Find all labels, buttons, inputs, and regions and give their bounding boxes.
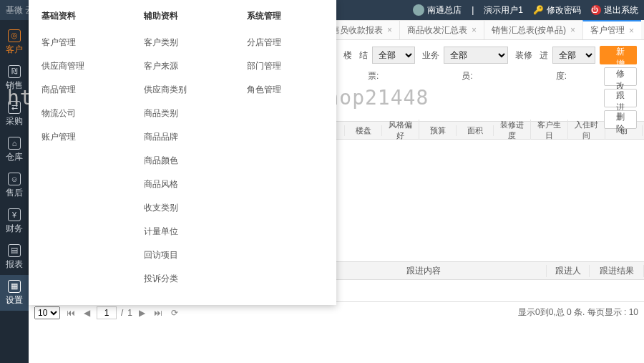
- close-icon[interactable]: ×: [570, 25, 575, 35]
- current-user[interactable]: 演示用户1: [484, 4, 523, 16]
- filter-label: 装修: [515, 49, 532, 62]
- topbar-right: 南通总店 | 演示用户1 🔑修改密码 ⏻退出系统: [413, 4, 638, 16]
- sidebar-item-销售[interactable]: ₪销售: [0, 60, 29, 96]
- page-input[interactable]: [97, 306, 117, 319]
- logout[interactable]: ⏻退出系统: [591, 4, 638, 16]
- filter-bar-2: 票: 员: 度:: [358, 70, 644, 88]
- dropdown-item[interactable]: 部门管理: [247, 54, 323, 78]
- refresh-icon[interactable]: ⟳: [169, 308, 180, 318]
- store-switcher[interactable]: 南通总店: [413, 4, 462, 16]
- dropdown-item[interactable]: 客户类别: [144, 31, 220, 54]
- dropdown-item[interactable]: 供应商管理: [42, 54, 118, 78]
- new-button[interactable]: 新增: [604, 46, 637, 64]
- page-sep: /: [121, 308, 123, 318]
- power-icon: ⏻: [591, 5, 601, 15]
- grid-col: 客户生日: [531, 120, 568, 141]
- action-buttons: 新增 修改 跟进 删除: [604, 46, 637, 129]
- page-total: 1: [127, 308, 132, 318]
- dropdown-col-title: 系统管理: [247, 10, 323, 22]
- sub-col: 跟进结果: [590, 265, 644, 277]
- sidebar-item-仓库[interactable]: ⌂仓库: [0, 132, 29, 168]
- tab-销售汇总表(按单品)[interactable]: 销售汇总表(按单品)×: [484, 20, 582, 39]
- filter-select-1[interactable]: 全部: [372, 47, 415, 64]
- sidebar-icon: ☺: [8, 173, 21, 185]
- sidebar-label: 设置: [6, 294, 23, 306]
- grid-col: 楼盘: [345, 125, 382, 136]
- dropdown-item[interactable]: 收支类别: [144, 196, 220, 220]
- dropdown-col: 系统管理分店管理部门管理角色管理: [234, 10, 336, 291]
- close-icon[interactable]: ×: [387, 25, 392, 35]
- sidebar-icon: ¥: [8, 208, 21, 221]
- sidebar-icon: ▦: [8, 280, 21, 293]
- dropdown-item[interactable]: 客户管理: [42, 31, 118, 54]
- sidebar-item-财务[interactable]: ¥财务: [0, 203, 29, 239]
- dropdown-item[interactable]: 商品风格: [144, 173, 220, 196]
- next-page-icon[interactable]: ▶: [137, 308, 147, 318]
- delete-button[interactable]: 删除: [604, 110, 637, 129]
- sidebar: ◎客户₪销售⇄采购⌂仓库☺售后¥财务▤报表▦设置: [0, 20, 29, 363]
- dropdown-item[interactable]: 分店管理: [247, 31, 323, 54]
- dropdown-item[interactable]: 账户管理: [42, 125, 118, 149]
- dropdown-item[interactable]: 投诉分类: [144, 267, 220, 291]
- page-size-select[interactable]: 10: [34, 306, 60, 319]
- filter-label: 票:: [368, 70, 379, 82]
- dropdown-col: 基础资料客户管理供应商管理商品管理物流公司账户管理: [29, 10, 131, 291]
- grid-col: 风格偏好: [382, 120, 419, 141]
- filter-label: 度:: [556, 70, 567, 82]
- filter-select-2[interactable]: 全部: [444, 47, 508, 64]
- sidebar-label: 采购: [6, 115, 23, 127]
- sidebar-icon: ⇄: [8, 101, 21, 114]
- close-icon[interactable]: ×: [472, 25, 477, 35]
- filter-label: 业务: [422, 49, 439, 62]
- sidebar-item-售后[interactable]: ☺售后: [0, 168, 29, 203]
- sidebar-item-采购[interactable]: ⇄采购: [0, 96, 29, 132]
- sidebar-item-报表[interactable]: ▤报表: [0, 239, 29, 275]
- dropdown-item[interactable]: 角色管理: [247, 78, 323, 102]
- grid-col: 预算: [419, 125, 457, 136]
- sidebar-icon: ⌂: [8, 137, 21, 150]
- dropdown-item[interactable]: 回访项目: [144, 243, 220, 267]
- sidebar-icon: ▤: [8, 244, 21, 257]
- tab-label: 商品收发汇总表: [407, 24, 467, 37]
- filter-label: 楼: [343, 49, 352, 62]
- edit-button[interactable]: 修改: [604, 67, 637, 86]
- tab-客户管理[interactable]: 客户管理×: [582, 20, 641, 39]
- settings-dropdown: 基础资料客户管理供应商管理商品管理物流公司账户管理辅助资料客户类别客户来源供应商…: [29, 0, 336, 305]
- sidebar-item-设置[interactable]: ▦设置: [0, 275, 29, 311]
- sidebar-label: 销售: [6, 79, 23, 92]
- sub-col: 跟进内容: [301, 265, 547, 277]
- dropdown-item[interactable]: 供应商类别: [144, 78, 220, 102]
- dropdown-item[interactable]: 商品品牌: [144, 125, 220, 149]
- sub-col: 跟进人: [547, 265, 590, 277]
- dropdown-item[interactable]: 商品颜色: [144, 149, 220, 173]
- dropdown-item[interactable]: 客户来源: [144, 54, 220, 78]
- dropdown-item[interactable]: 计量单位: [144, 220, 220, 243]
- sidebar-label: 财务: [6, 223, 23, 235]
- key-icon: 🔑: [533, 5, 544, 15]
- grid-col: 入住时间: [568, 120, 605, 141]
- pager-info: 显示0到0,总 0 条. 每页显示 : 10: [518, 306, 638, 319]
- dropdown-item[interactable]: 物流公司: [42, 102, 118, 125]
- dropdown-item[interactable]: 商品管理: [42, 78, 118, 102]
- first-page-icon[interactable]: ⏮: [64, 308, 77, 318]
- tab-label: 销售汇总表(按单品): [492, 24, 566, 37]
- last-page-icon[interactable]: ⏭: [152, 308, 165, 318]
- dropdown-col-title: 基础资料: [42, 10, 118, 22]
- close-icon[interactable]: ×: [629, 26, 634, 36]
- sidebar-label: 报表: [6, 258, 23, 271]
- grid-col: 装修进度: [494, 120, 531, 141]
- tab-label: 客户管理: [590, 24, 625, 37]
- follow-button[interactable]: 跟进: [604, 89, 637, 107]
- change-password[interactable]: 🔑修改密码: [533, 4, 581, 16]
- filter-label: 结: [359, 49, 368, 62]
- grid-col: 面积: [457, 125, 494, 136]
- filter-select-3[interactable]: 全部: [552, 47, 595, 64]
- tab-商品收发汇总表[interactable]: 商品收发汇总表×: [399, 20, 484, 39]
- dropdown-col-title: 辅助资料: [144, 10, 220, 22]
- sidebar-label: 仓库: [6, 151, 23, 163]
- dropdown-item[interactable]: 商品类别: [144, 102, 220, 125]
- avatar-icon: [413, 4, 424, 16]
- sidebar-label: 客户: [6, 44, 23, 56]
- prev-page-icon[interactable]: ◀: [82, 308, 92, 318]
- sidebar-item-客户[interactable]: ◎客户: [0, 24, 29, 60]
